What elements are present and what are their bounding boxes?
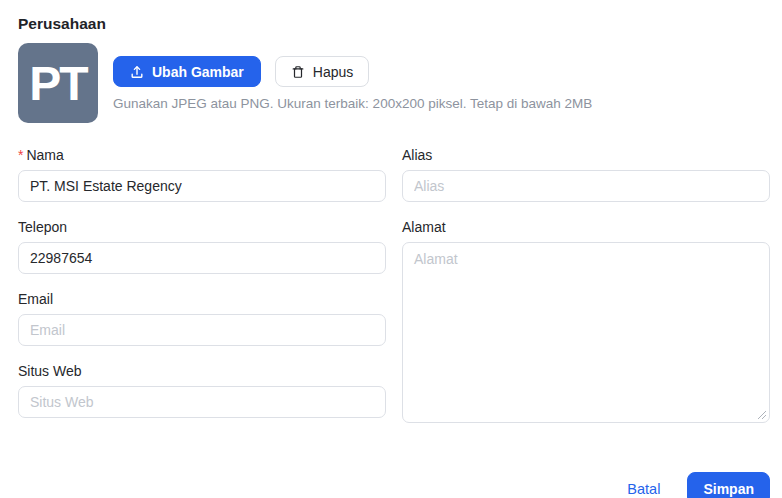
save-button[interactable]: Simpan: [687, 472, 770, 498]
field-alias: Alias: [402, 147, 770, 202]
company-logo-initials: PT: [29, 56, 86, 111]
form-right-column: Alias Alamat: [402, 147, 770, 440]
alias-label: Alias: [402, 147, 770, 163]
textarea-resize-handle[interactable]: [757, 410, 767, 420]
cancel-button[interactable]: Batal: [627, 481, 660, 497]
alias-input[interactable]: [402, 170, 770, 202]
field-nama: *Nama: [18, 147, 386, 202]
field-situs-web: Situs Web: [18, 363, 386, 418]
telepon-input[interactable]: [18, 242, 386, 274]
trash-icon: [291, 65, 305, 79]
field-email: Email: [18, 291, 386, 346]
logo-actions: Ubah Gambar Hapus Gunakan JPEG atau PNG.…: [113, 43, 592, 123]
delete-image-button[interactable]: Hapus: [275, 56, 369, 87]
situs-web-input[interactable]: [18, 386, 386, 418]
logo-section: PT Ubah Gambar: [18, 43, 770, 123]
field-alamat: Alamat: [402, 219, 770, 423]
field-telepon: Telepon: [18, 219, 386, 274]
alamat-textarea[interactable]: [402, 242, 770, 423]
telepon-label: Telepon: [18, 219, 386, 235]
company-form: *Nama Telepon Email Situs Web Alias: [18, 147, 770, 440]
alamat-label: Alamat: [402, 219, 770, 235]
company-logo-avatar: PT: [18, 43, 98, 123]
upload-icon: [130, 65, 144, 79]
email-label: Email: [18, 291, 386, 307]
image-requirements-hint: Gunakan JPEG atau PNG. Ukuran terbaik: 2…: [113, 96, 592, 111]
form-footer: Batal Simpan: [18, 472, 770, 498]
form-left-column: *Nama Telepon Email Situs Web: [18, 147, 386, 440]
upload-image-button[interactable]: Ubah Gambar: [113, 56, 261, 87]
page-title: Perusahaan: [18, 14, 770, 33]
nama-label: *Nama: [18, 147, 386, 163]
company-settings-page: Perusahaan PT Ubah Gambar: [0, 0, 782, 498]
upload-image-label: Ubah Gambar: [152, 64, 244, 80]
nama-input[interactable]: [18, 170, 386, 202]
email-input[interactable]: [18, 314, 386, 346]
situs-web-label: Situs Web: [18, 363, 386, 379]
delete-image-label: Hapus: [313, 64, 353, 80]
required-asterisk: *: [18, 147, 23, 163]
